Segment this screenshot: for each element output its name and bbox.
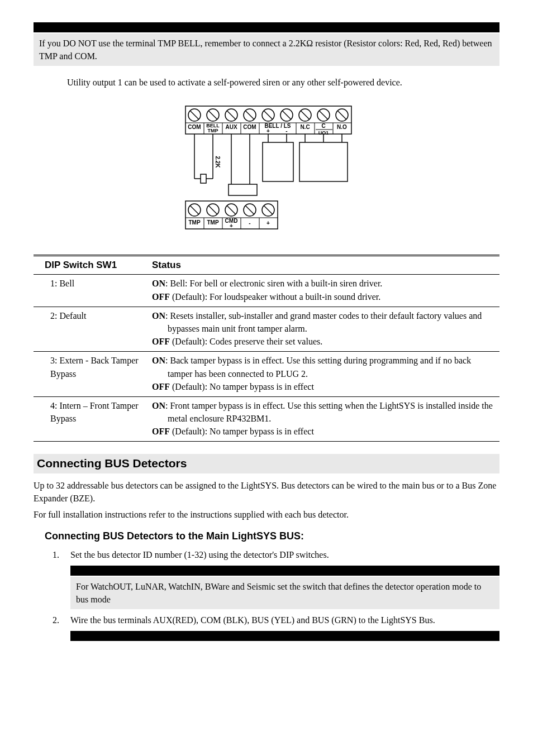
svg-line-4 bbox=[208, 111, 217, 119]
svg-text:COM: COM bbox=[188, 124, 201, 130]
svg-rect-48 bbox=[229, 184, 257, 195]
note-text: For WatchOUT, LuNAR, WatchIN, BWare and … bbox=[76, 582, 481, 604]
note-header-bar bbox=[70, 566, 499, 576]
table-header-status: Status bbox=[149, 255, 499, 275]
dip-row-status: ON: Front tamper bypass is in effect. Us… bbox=[149, 396, 499, 442]
dip-row-status: ON: Bell: For bell or electronic siren w… bbox=[149, 275, 499, 307]
terminal-diagram: COM BELL TMP AUX COM BELL / LS + - N.C C… bbox=[34, 103, 499, 235]
step-text: Wire the bus terminals AUX(RED), COM (BL… bbox=[70, 615, 435, 625]
svg-text:-: - bbox=[285, 128, 287, 134]
svg-line-10 bbox=[264, 111, 273, 119]
svg-line-2 bbox=[190, 111, 199, 119]
svg-rect-42 bbox=[201, 174, 206, 183]
svg-text:C: C bbox=[321, 123, 325, 129]
svg-rect-51 bbox=[263, 142, 293, 181]
note-box-watchout: For WatchOUT, LuNAR, WatchIN, BWare and … bbox=[70, 577, 499, 609]
table-row: 4: Intern – Front Tamper Bypass ON: Fron… bbox=[34, 396, 499, 442]
svg-line-60 bbox=[208, 205, 217, 214]
dip-switch-table: DIP Switch SW1 Status 1: Bell ON: Bell: … bbox=[34, 255, 499, 442]
table-row: 1: Bell ON: Bell: For bell or electronic… bbox=[34, 275, 499, 307]
dip-row-label: 1: Bell bbox=[34, 275, 149, 307]
svg-line-12 bbox=[282, 111, 291, 119]
svg-line-58 bbox=[190, 205, 199, 214]
section-heading-connecting-bus: Connecting BUS Detectors bbox=[34, 454, 499, 473]
svg-line-64 bbox=[245, 205, 254, 214]
svg-text:2.2K: 2.2K bbox=[215, 156, 221, 168]
svg-text:TMP: TMP bbox=[208, 128, 218, 133]
utility-output-text: Utility output 1 can be used to activate… bbox=[67, 76, 499, 89]
svg-line-8 bbox=[245, 111, 254, 119]
note-header-bar bbox=[34, 22, 499, 32]
svg-text:N.C: N.C bbox=[300, 124, 310, 130]
svg-line-16 bbox=[319, 111, 328, 119]
svg-line-6 bbox=[227, 111, 236, 119]
dip-row-status: ON: Resets installer, sub-installer and … bbox=[149, 307, 499, 352]
svg-text:+: + bbox=[266, 220, 270, 226]
svg-line-66 bbox=[264, 205, 273, 214]
dip-row-label: 2: Default bbox=[34, 307, 149, 352]
list-item: Set the bus detector ID number (1-32) us… bbox=[61, 548, 499, 610]
svg-text:-: - bbox=[249, 220, 250, 226]
dip-row-label: 3: Extern - Back Tamper Bypass bbox=[34, 352, 149, 397]
svg-text:TMP: TMP bbox=[207, 219, 218, 226]
list-item: Wire the bus terminals AUX(RED), COM (BL… bbox=[61, 614, 499, 641]
table-row: 3: Extern - Back Tamper Bypass ON: Back … bbox=[34, 352, 499, 397]
note-box-terminal: If you DO NOT use the terminal TMP BELL,… bbox=[34, 34, 499, 66]
svg-text:COM: COM bbox=[243, 124, 256, 130]
subsection-heading: Connecting BUS Detectors to the Main Lig… bbox=[45, 529, 499, 543]
table-row: 2: Default ON: Resets installer, sub-ins… bbox=[34, 307, 499, 352]
svg-line-18 bbox=[337, 111, 346, 119]
table-header-dip: DIP Switch SW1 bbox=[34, 255, 149, 275]
svg-text:+: + bbox=[266, 128, 270, 134]
section-paragraph: Up to 32 addressable bus detectors can b… bbox=[34, 479, 499, 505]
svg-text:TMP: TMP bbox=[188, 219, 200, 226]
dip-row-status: ON: Back tamper bypass is in effect. Use… bbox=[149, 352, 499, 397]
step-list: Set the bus detector ID number (1-32) us… bbox=[61, 548, 499, 642]
svg-text:+: + bbox=[230, 223, 233, 229]
step-text: Set the bus detector ID number (1-32) us… bbox=[70, 550, 329, 559]
svg-text:AUX: AUX bbox=[225, 124, 237, 130]
svg-text:N.O: N.O bbox=[337, 124, 347, 130]
svg-rect-55 bbox=[299, 142, 348, 181]
svg-line-62 bbox=[227, 205, 236, 214]
note-header-bar bbox=[70, 631, 499, 641]
section-paragraph: For full installation instructions refer… bbox=[34, 508, 499, 521]
note-text: If you DO NOT use the terminal TMP BELL,… bbox=[39, 39, 492, 61]
dip-row-label: 4: Intern – Front Tamper Bypass bbox=[34, 396, 149, 442]
svg-line-14 bbox=[301, 111, 310, 119]
